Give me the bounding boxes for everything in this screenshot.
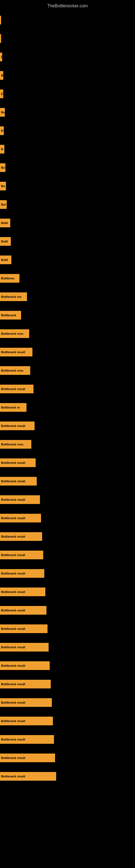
bar: Bottleneck resu [0, 440, 31, 448]
bar: Bottleneck result [0, 477, 37, 486]
bar-label: B [1, 74, 3, 77]
bar-label: Bo [1, 111, 5, 114]
bar-row: Bottleneck result [0, 730, 135, 749]
bar-row: Bottl [0, 232, 135, 251]
bar-row: Bottleneck [0, 306, 135, 324]
bar: Bottleneck result [0, 551, 43, 559]
bar-row: E [0, 48, 135, 66]
bar-row: B [0, 140, 135, 158]
bar-label: B [1, 148, 3, 151]
bar: Bottleneck result [0, 384, 34, 393]
bar-row: Bottleneck result [0, 472, 135, 490]
bar-label: Bot [1, 203, 6, 206]
bar-row: B [0, 122, 135, 140]
bar-row: Bottleneck result [0, 601, 135, 620]
bar-label: Bottleneck result [1, 682, 25, 686]
bar: E [0, 53, 2, 61]
bar-label: Bottleneck result [1, 388, 25, 391]
bar: Bottleneck result [0, 735, 54, 744]
bar-label: Bo [1, 184, 5, 188]
bar-label: Bottleneck resu [1, 369, 24, 372]
bar-row: Bottl [0, 251, 135, 269]
bar-row: Bottleneck result [0, 712, 135, 730]
bar-row: Bottleneck result [0, 583, 135, 601]
bar: E [0, 90, 3, 98]
bar-label: Bottleneck result [1, 479, 25, 483]
bar-label: Bottleneck result [1, 646, 25, 649]
bar-label: B [1, 129, 3, 132]
bar: Bottleneck result [0, 753, 55, 762]
bar-label: Bottleneck resu [1, 332, 24, 335]
bar: Bo [0, 108, 5, 117]
bar-label: Bottl [1, 221, 8, 225]
bar: Bottleneck result [0, 661, 50, 670]
bar: | [0, 34, 1, 43]
bar-row: Bottleneck result [0, 416, 135, 435]
bar: Bottleneck re [0, 403, 27, 412]
bar-row: Bottleneck result [0, 656, 135, 675]
bar-row: Bottleneck result [0, 509, 135, 527]
bar-row: Bottleneck result [0, 564, 135, 583]
bar-row: B [0, 66, 135, 85]
bar: Bottleneck res [0, 292, 27, 301]
bar-row: Bottleneck result [0, 638, 135, 656]
bar-row: | [0, 29, 135, 48]
bar-row: Bottleneck result [0, 380, 135, 398]
bar: Bottleneck resu [0, 329, 29, 338]
bar-row: Bottleneck re [0, 398, 135, 416]
bar-label: Bottleneck re [1, 406, 20, 409]
bar: Bottleneck resu [0, 366, 30, 375]
bar: Bottlenec [0, 274, 19, 283]
bar: Bottleneck result [0, 569, 44, 578]
site-title: TheBottlenecker.com [0, 1, 135, 10]
bar: Bottleneck result [0, 624, 48, 633]
bar: Bot [0, 200, 7, 209]
bar-row: Bottleneck result [0, 767, 135, 785]
bar-label: Bottleneck result [1, 738, 25, 741]
bar-label: Bottleneck result [1, 664, 25, 667]
bar-label: E [1, 55, 2, 59]
bar: Bottleneck [0, 311, 21, 319]
bar-label: Bo [1, 166, 5, 169]
bar: Bottleneck result [0, 606, 46, 615]
bar: Bottleneck result [0, 588, 45, 596]
bar-row: Bottleneck result [0, 527, 135, 546]
bar: Bottleneck result [0, 458, 36, 467]
bar-row: Bottl [0, 214, 135, 232]
bar: B [0, 126, 4, 135]
bar-row: Bottleneck result [0, 620, 135, 638]
bar: Bottleneck result [0, 514, 41, 522]
bar-label: Bottleneck resu [1, 443, 24, 446]
bar-row: Bottleneck result [0, 343, 135, 361]
bar-label: Bottleneck result [1, 553, 25, 557]
bar-label: Bottleneck result [1, 461, 25, 464]
bar-label: Bottleneck [1, 314, 16, 317]
bar-row: Bo [0, 103, 135, 122]
bars-container: ||EBEBoBBBoBoBotBottlBottlBottlBottlenec… [0, 11, 135, 785]
bar: Bo [0, 163, 5, 172]
bar: Bottleneck result [0, 495, 40, 504]
bar-label: Bottleneck result [1, 517, 25, 520]
bar-label: E [1, 92, 3, 95]
bar-label: Bottleneck result [1, 424, 25, 428]
bar-label: Bottleneck result [1, 535, 25, 538]
bar-row: Bottleneck resu [0, 324, 135, 343]
bar: Bottleneck result [0, 643, 49, 652]
bar: Bo [0, 182, 6, 190]
bar-label: Bottleneck result [1, 590, 25, 593]
bar: B [0, 71, 3, 80]
bar-row: Bo [0, 158, 135, 177]
bar-label: Bottleneck result [1, 701, 25, 704]
bar: Bottleneck result [0, 422, 35, 430]
bar-label: Bottleneck result [1, 719, 25, 723]
bar-row: Bo [0, 177, 135, 195]
bar-row: Bottleneck result [0, 693, 135, 712]
bar-label: Bottleneck result [1, 609, 25, 612]
bar-label: Bottlenec [1, 277, 14, 280]
bar: Bottl [0, 219, 10, 227]
bar-row: Bottlenec [0, 269, 135, 287]
bar: Bottleneck result [0, 532, 42, 541]
bar: B [0, 145, 4, 154]
bar-label: Bottleneck res [1, 295, 21, 299]
bar-row: Bottleneck result [0, 454, 135, 472]
